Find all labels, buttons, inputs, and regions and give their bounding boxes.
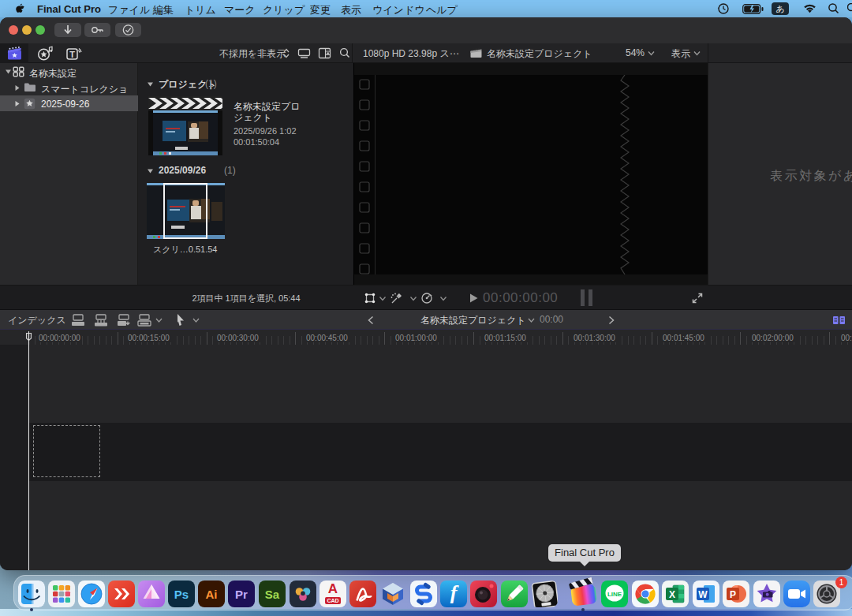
svg-text:LINE: LINE [607,591,622,598]
svg-text:X: X [669,589,675,600]
svg-text:P: P [730,589,736,600]
svg-text:T: T [69,50,75,59]
svg-text:W: W [698,589,708,600]
